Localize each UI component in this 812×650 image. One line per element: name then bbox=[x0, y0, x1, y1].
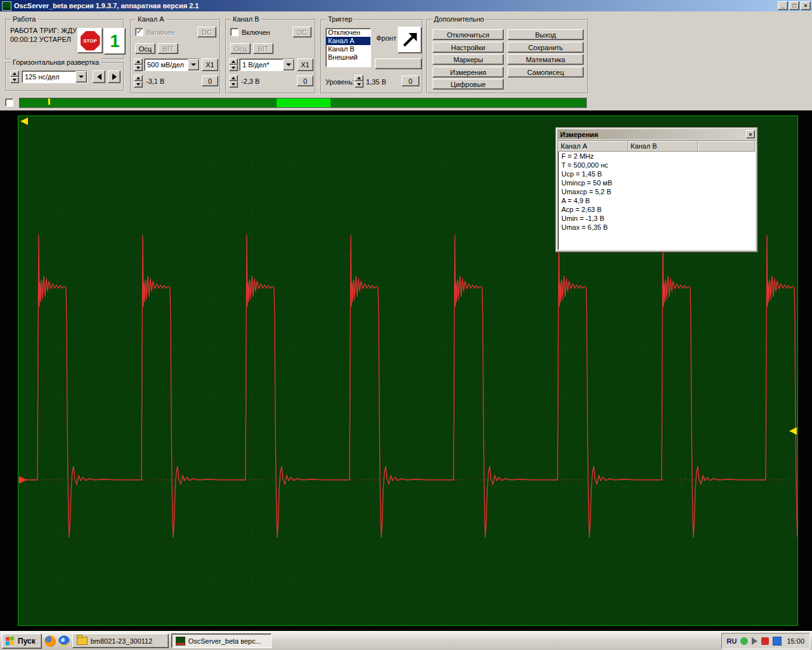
channel-a-scale-value: 500 мВ/дел bbox=[145, 61, 188, 69]
dropdown-arrow-icon[interactable] bbox=[75, 71, 87, 83]
taskbar-task-oscserver[interactable]: OscServer_beta верс... bbox=[171, 633, 272, 648]
channel-a-bit-button[interactable]: BIT bbox=[158, 43, 178, 54]
channel-a-dc-button[interactable]: DC bbox=[197, 27, 216, 37]
tray-status-icon[interactable] bbox=[740, 637, 748, 645]
trigger-source-item[interactable]: Канал В bbox=[326, 45, 370, 53]
trigger-source-item[interactable]: Канал А bbox=[326, 37, 370, 45]
measurements-button[interactable]: Измерения bbox=[433, 67, 504, 77]
channel-a-zero-button[interactable]: 0 bbox=[202, 76, 218, 86]
position-bar-checkbox[interactable] bbox=[5, 98, 13, 107]
spinner-up-icon[interactable] bbox=[134, 75, 143, 81]
taskbar: Пуск bm8021-23_300112 OscServer_beta вер… bbox=[0, 631, 812, 650]
measurement-row: Umin = -1,3 В bbox=[558, 214, 755, 223]
channel-b-offset-spinner[interactable] bbox=[229, 75, 238, 88]
measurement-row: T = 500,000 нс bbox=[558, 161, 755, 169]
sweep-position-bar[interactable] bbox=[19, 98, 587, 108]
spinner-down-icon[interactable] bbox=[10, 77, 19, 83]
measurement-row: F = 2 MHz bbox=[558, 152, 755, 161]
group-sweep-label: Горизонтальная развертка bbox=[11, 58, 101, 66]
measurements-title: Измерения bbox=[560, 131, 746, 138]
channel-b-enabled-checkbox[interactable] bbox=[230, 28, 239, 36]
recorder-button[interactable]: Самописец bbox=[508, 67, 584, 77]
measurement-row: A = 4,9 В bbox=[558, 196, 755, 205]
channel-a-offset-spinner[interactable] bbox=[134, 75, 143, 88]
channel-a-offset-value: -3,1 В bbox=[146, 77, 164, 85]
channel-b-scale-select[interactable]: 1 В/дел* bbox=[239, 58, 295, 71]
tray-display-icon[interactable] bbox=[773, 637, 782, 646]
language-indicator[interactable]: RU bbox=[727, 637, 737, 645]
trigger-zero-button[interactable]: 0 bbox=[402, 76, 419, 86]
spinner-down-icon[interactable] bbox=[134, 65, 143, 71]
spinner-up-icon[interactable] bbox=[355, 75, 363, 81]
channel-b-scale-spinner[interactable] bbox=[229, 58, 238, 71]
measurements-header: Канал А Канал В bbox=[558, 141, 755, 152]
close-button[interactable]: × bbox=[801, 1, 811, 10]
spinner-down-icon[interactable] bbox=[229, 81, 238, 88]
dropdown-arrow-icon[interactable] bbox=[188, 59, 199, 70]
spinner-up-icon[interactable] bbox=[229, 58, 238, 65]
trigger-level-marker[interactable] bbox=[789, 427, 797, 435]
volume-icon[interactable] bbox=[752, 637, 757, 645]
sweep-position-segment bbox=[277, 98, 331, 107]
spinner-down-icon[interactable] bbox=[355, 81, 363, 88]
firefox-icon[interactable] bbox=[44, 635, 56, 647]
title-bar: OscServer_beta версия 1.9.3.7, аппаратна… bbox=[0, 0, 812, 11]
measurements-close-button[interactable]: × bbox=[746, 130, 755, 138]
markers-button[interactable]: Маркеры bbox=[433, 54, 504, 65]
spinner-up-icon[interactable] bbox=[134, 58, 143, 65]
channel-b-x1-button[interactable]: X1 bbox=[297, 58, 313, 71]
channel-b-bit-button[interactable]: BIT bbox=[253, 43, 273, 54]
group-trigger-label: Триггер bbox=[326, 15, 354, 23]
spinner-down-icon[interactable] bbox=[134, 81, 143, 88]
exit-button[interactable]: Выход bbox=[508, 29, 584, 40]
sweep-position-marker[interactable] bbox=[48, 98, 50, 105]
channel-b-scale-value: 1 В/дел* bbox=[240, 61, 283, 69]
save-button[interactable]: Сохранить bbox=[508, 42, 584, 53]
channel-b-enabled-label: Включен bbox=[242, 29, 270, 36]
spinner-up-icon[interactable] bbox=[229, 75, 238, 81]
disconnect-button[interactable]: Отключиться bbox=[433, 29, 504, 40]
trigger-level-spinner[interactable] bbox=[355, 75, 363, 88]
minimize-button[interactable]: _ bbox=[778, 1, 788, 10]
channel-a-osc-button[interactable]: Осц bbox=[135, 43, 155, 54]
trigger-extra-button[interactable] bbox=[375, 58, 422, 69]
channel-b-dc-button[interactable]: DC bbox=[292, 27, 311, 37]
sweep-right-button[interactable] bbox=[108, 70, 121, 83]
channel-a-scale-spinner[interactable] bbox=[134, 58, 143, 71]
start-button[interactable]: Пуск bbox=[2, 633, 42, 649]
stop-button[interactable]: STOP bbox=[77, 28, 103, 53]
settings-button[interactable]: Настройки bbox=[433, 42, 504, 53]
sweep-spinner[interactable] bbox=[10, 70, 19, 83]
channel-b-zero-button[interactable]: 0 bbox=[297, 76, 313, 86]
trigger-source-list[interactable]: Отключен Канал А Канал В Внешний bbox=[325, 28, 371, 67]
sweep-left-button[interactable] bbox=[93, 70, 105, 83]
internet-explorer-icon[interactable] bbox=[58, 635, 70, 647]
digital-button[interactable]: Цифровые bbox=[433, 79, 504, 90]
trigger-source-item[interactable]: Отключен bbox=[326, 29, 370, 37]
trigger-source-item[interactable]: Внешний bbox=[326, 53, 370, 62]
measurements-window: Измерения × Канал А Канал В F = 2 MHz T … bbox=[555, 127, 758, 253]
zero-level-marker[interactable] bbox=[19, 476, 27, 484]
tray-alert-icon[interactable] bbox=[761, 637, 769, 645]
measurement-row: Uср = 1,45 В bbox=[558, 169, 755, 178]
trigger-front-button[interactable] bbox=[398, 27, 422, 53]
horizontal-position-marker[interactable] bbox=[20, 117, 28, 125]
group-channel-b-label: Канал В bbox=[231, 15, 261, 23]
spinner-up-icon[interactable] bbox=[10, 70, 19, 77]
timebase-value: 125 нс/дел bbox=[22, 73, 75, 81]
channel-b-offset-value: -2,3 В bbox=[241, 77, 259, 85]
spinner-down-icon[interactable] bbox=[229, 65, 238, 71]
channel-indicator: 1 bbox=[104, 28, 126, 55]
channel-a-scale-select[interactable]: 500 мВ/дел bbox=[144, 58, 200, 71]
math-button[interactable]: Математика bbox=[508, 54, 584, 65]
dropdown-arrow-icon[interactable] bbox=[283, 59, 294, 70]
taskbar-task-folder[interactable]: bm8021-23_300112 bbox=[72, 633, 169, 648]
maximize-button[interactable]: □ bbox=[789, 1, 799, 10]
front-edge-arrow-icon bbox=[401, 31, 419, 49]
timebase-select[interactable]: 125 нс/дел bbox=[22, 70, 88, 83]
channel-a-enabled-checkbox[interactable] bbox=[135, 28, 143, 36]
channel-b-osc-button[interactable]: Осц bbox=[230, 43, 251, 54]
stop-sign-icon: STOP bbox=[81, 31, 100, 51]
channel-a-x1-button[interactable]: X1 bbox=[202, 58, 218, 71]
oscserver-window: OscServer_beta версия 1.9.3.7, аппаратна… bbox=[0, 0, 812, 650]
